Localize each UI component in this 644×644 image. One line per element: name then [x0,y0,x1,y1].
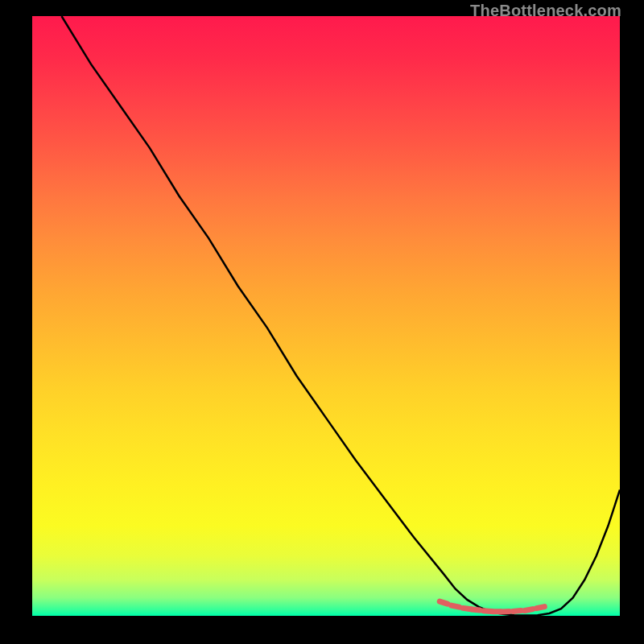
chart-container: TheBottleneck.com [0,0,644,644]
gradient-background [32,16,620,616]
plot-area [32,16,620,616]
